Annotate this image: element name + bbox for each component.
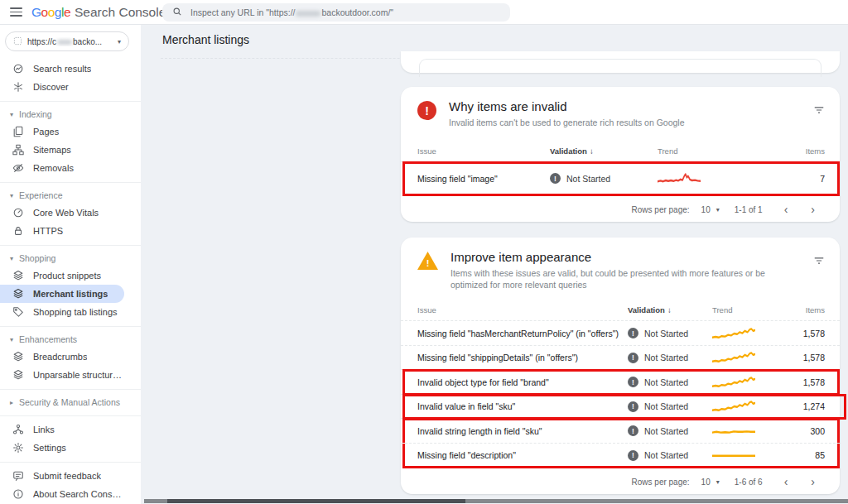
section-label: Enhancements xyxy=(19,334,77,344)
card-title: Why items are invalid xyxy=(449,99,685,113)
sidebar-divider xyxy=(0,415,141,416)
tag-icon xyxy=(12,306,24,318)
sidebar-item-settings[interactable]: Settings xyxy=(0,439,124,457)
trend-sparkline xyxy=(712,449,773,462)
lock-icon xyxy=(12,225,24,237)
sidebar-section-security-manual-actions[interactable]: ▸Security & Manual Actions xyxy=(0,394,141,410)
rows-per-page-label: Rows per page: xyxy=(632,478,690,487)
sidebar-item-sitemaps[interactable]: Sitemaps xyxy=(0,141,124,159)
not-started-icon: ! xyxy=(550,173,561,184)
table-row[interactable]: Missing field "description"!Not Started8… xyxy=(401,443,840,468)
table-body: Missing field "image"!Not Started7 xyxy=(401,161,840,194)
column-issue[interactable]: Issue xyxy=(401,146,550,156)
redacted-text xyxy=(57,40,72,45)
pagination: Rows per page: 10▾ 1-6 of 6 ‹ › xyxy=(401,467,840,488)
section-label: Experience xyxy=(19,190,63,200)
invalid-items-card: ! Why items are invalid Invalid items ca… xyxy=(401,87,840,222)
table-row[interactable]: Missing field "image"!Not Started7 xyxy=(401,161,840,194)
not-started-icon: ! xyxy=(628,450,638,461)
table-row[interactable]: Missing field "hasMerchantReturnPolicy" … xyxy=(401,320,840,345)
url-inspect-input[interactable]: Inspect any URL in "https://backoutdoor.… xyxy=(162,3,510,22)
sidebar-item-shopping-tab-listings[interactable]: Shopping tab listings xyxy=(0,303,124,321)
sidebar-item-label: Product snippets xyxy=(33,271,101,281)
chevron-down-icon: ▾ xyxy=(10,192,13,199)
pagination: Rows per page: 10▾ 1-1 of 1 ‹ › xyxy=(401,194,840,216)
not-started-icon: ! xyxy=(628,353,638,363)
sidebar-item-submit-feedback[interactable]: Submit feedback xyxy=(0,467,124,485)
removals-icon xyxy=(12,162,24,174)
rows-per-page-label: Rows per page: xyxy=(632,205,690,214)
column-trend[interactable]: Trend xyxy=(712,305,773,314)
sidebar-section-indexing[interactable]: ▾Indexing xyxy=(0,106,141,122)
hamburger-icon xyxy=(10,6,22,19)
filter-button[interactable] xyxy=(813,250,825,270)
validation-cell: !Not Started xyxy=(628,425,712,436)
not-started-icon: ! xyxy=(628,377,638,387)
sidebar-item-https[interactable]: HTTPS xyxy=(0,222,124,240)
sidebar-item-links[interactable]: Links xyxy=(0,420,124,439)
chevron-right-icon: ▸ xyxy=(10,399,13,406)
items-count-cell: 1,578 xyxy=(773,329,840,338)
sidebar-item-removals[interactable]: Removals xyxy=(0,159,124,177)
rows-per-page-select[interactable]: 10▾ xyxy=(701,478,720,487)
settings-icon xyxy=(12,442,24,454)
previous-page-button[interactable]: ‹ xyxy=(776,203,797,216)
trend-sparkline xyxy=(712,400,773,413)
sidebar-section-experience[interactable]: ▾Experience xyxy=(0,187,141,204)
filter-button[interactable] xyxy=(813,99,825,119)
sidebar-item-core-web-vitals[interactable]: Core Web Vitals xyxy=(0,204,124,222)
sort-desc-icon: ↓ xyxy=(590,146,594,156)
sidebar-item-breadcrumbs[interactable]: Breadcrumbs xyxy=(0,348,124,366)
table-row[interactable]: Invalid value in field "sku"!Not Started… xyxy=(401,394,840,419)
previous-page-button[interactable]: ‹ xyxy=(776,475,797,488)
sidebar-item-merchant-listings[interactable]: Merchant listings xyxy=(0,285,124,303)
rows-per-page-select[interactable]: 10▾ xyxy=(701,205,720,214)
card-subtitle: Items with these issues are valid, but c… xyxy=(450,267,801,290)
sidebar-item-label: Core Web Vitals xyxy=(33,208,99,218)
scrollbar-thumb[interactable] xyxy=(167,499,465,503)
sidebar-item-label: Unparsable structured d... xyxy=(33,370,124,380)
validation-cell: !Not Started xyxy=(628,377,712,387)
sidebar-item-discover[interactable]: Discover xyxy=(0,78,124,96)
column-trend[interactable]: Trend xyxy=(658,146,773,156)
sidebar-item-search-results[interactable]: Search results xyxy=(0,60,124,78)
not-started-icon: ! xyxy=(628,425,638,436)
next-page-button[interactable]: › xyxy=(802,475,823,488)
discover-icon xyxy=(12,81,24,93)
section-label: Shopping xyxy=(19,253,55,263)
sidebar-item-label: Links xyxy=(33,425,55,434)
horizontal-scrollbar[interactable] xyxy=(144,499,848,503)
sidebar-divider xyxy=(0,462,141,463)
trend-sparkline xyxy=(712,425,773,438)
property-selector[interactable]: https://cbacko... ▾ xyxy=(5,31,129,51)
validation-status: Not Started xyxy=(644,426,688,436)
column-issue[interactable]: Issue xyxy=(401,305,628,314)
table-row[interactable]: Invalid object type for field "brand"!No… xyxy=(401,369,840,394)
sidebar-item-product-snippets[interactable]: Product snippets xyxy=(0,266,124,285)
sidebar-item-about-search-console[interactable]: About Search Console xyxy=(0,485,124,503)
column-validation[interactable]: Validation↓ xyxy=(628,305,712,314)
issue-cell: Missing field "shippingDetails" (in "off… xyxy=(401,353,628,362)
table-row[interactable]: Missing field "shippingDetails" (in "off… xyxy=(401,345,840,370)
trend-sparkline xyxy=(658,172,773,185)
pages-icon xyxy=(12,126,24,137)
sidebar-nav: Search resultsDiscover▾IndexingPagesSite… xyxy=(0,60,141,503)
menu-button[interactable] xyxy=(0,6,31,19)
trend-sparkline xyxy=(712,351,773,364)
table-row[interactable]: Invalid string length in field "sku"!Not… xyxy=(401,418,840,443)
chevron-down-icon: ▾ xyxy=(716,478,720,486)
column-items[interactable]: Items xyxy=(773,305,840,314)
items-count-cell: 1,578 xyxy=(773,353,840,362)
sidebar-divider xyxy=(0,326,141,327)
sidebar-section-shopping[interactable]: ▾Shopping xyxy=(0,250,141,266)
sidebar-section-enhancements[interactable]: ▾Enhancements xyxy=(0,331,141,348)
app-logo[interactable]: Google Search Console xyxy=(31,5,166,20)
top-app-bar: Google Search Console Inspect any URL in… xyxy=(0,0,848,25)
sidebar-item-unparsable-structured-d-[interactable]: Unparsable structured d... xyxy=(0,366,124,384)
sidebar-item-label: Pages xyxy=(33,127,59,137)
section-label: Security & Manual Actions xyxy=(19,397,120,407)
column-validation[interactable]: Validation↓ xyxy=(550,146,658,156)
column-items[interactable]: Items xyxy=(773,146,840,156)
sidebar-item-pages[interactable]: Pages xyxy=(0,122,124,141)
next-page-button[interactable]: › xyxy=(802,203,823,216)
